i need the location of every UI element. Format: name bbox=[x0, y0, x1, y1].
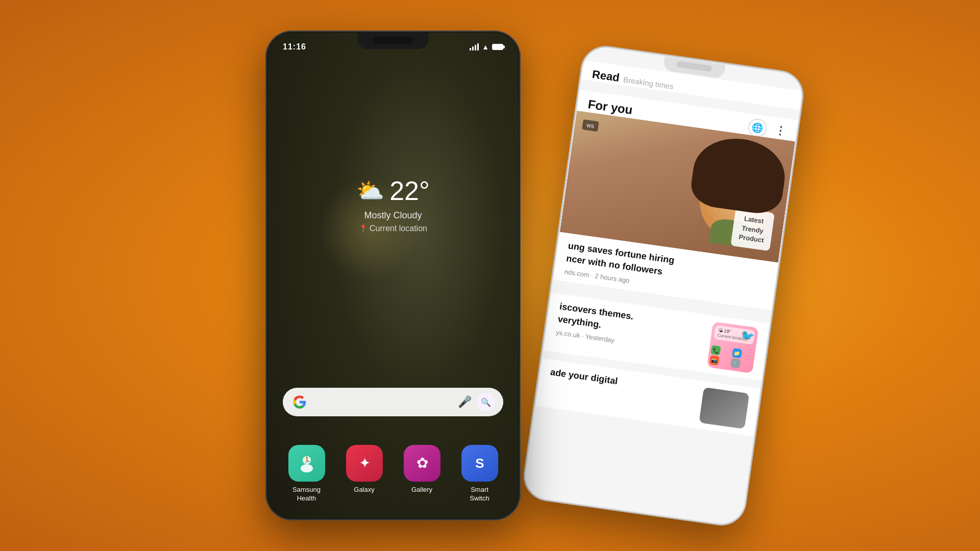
wifi-icon: ▲ bbox=[482, 43, 489, 51]
article2-thumbnail: 🌤 19° Current location 🐦 📞 📁 📷 ⚙️ bbox=[707, 321, 759, 373]
search-lens-icon[interactable]: 🔍 bbox=[477, 393, 495, 411]
galaxy-themes-label: Galaxy bbox=[354, 486, 374, 494]
phone2-app-subtitle: Breaking times bbox=[623, 75, 674, 91]
phone1: 11:16 ▲ ⛅ 22° Mostly Cloudy bbox=[265, 31, 521, 520]
phone2: Read Breaking times For you 🌐 ⋮ bbox=[521, 43, 807, 529]
mini-camera-icon: 📷 bbox=[709, 355, 719, 365]
phone1-status-icons: ▲ bbox=[470, 43, 503, 51]
phones-container: Read Breaking times For you 🌐 ⋮ bbox=[235, 26, 745, 525]
mini-folder-icon: 📁 bbox=[732, 348, 742, 358]
mini-bird-icon: 🐦 bbox=[740, 329, 755, 344]
phone2-wrapper: Read Breaking times For you 🌐 ⋮ bbox=[521, 43, 807, 529]
smart-switch-icon: S bbox=[461, 445, 498, 482]
more-options-icon[interactable]: ⋮ bbox=[774, 123, 787, 138]
article3-headline: ade your digital bbox=[550, 366, 698, 399]
svg-text:✿: ✿ bbox=[416, 455, 428, 471]
app-item-gallery[interactable]: ✿ Gallery bbox=[397, 445, 448, 503]
svg-text:🏃: 🏃 bbox=[303, 456, 310, 464]
mini-settings-icon: ⚙️ bbox=[730, 358, 741, 368]
weather-icon: ⛅ bbox=[356, 178, 384, 204]
article3-text: ade your digital bbox=[549, 366, 698, 402]
app-dock: 🏃 SamsungHealth ✦ Galaxy bbox=[267, 445, 519, 503]
search-mic-icon[interactable]: 🎤 bbox=[458, 395, 472, 409]
gallery-icon: ✿ bbox=[404, 445, 440, 482]
samsung-health-label: SamsungHealth bbox=[292, 486, 321, 503]
weather-widget: ⛅ 22° Mostly Cloudy 📍 Current location bbox=[316, 176, 470, 233]
search-bar[interactable]: 🎤 🔍 bbox=[283, 388, 503, 416]
signal-bars-icon bbox=[470, 43, 479, 51]
svg-point-1 bbox=[301, 464, 313, 472]
samsung-health-icon: 🏃 bbox=[288, 445, 325, 482]
phone1-status-time: 11:16 bbox=[283, 42, 306, 52]
weather-location: 📍 Current location bbox=[316, 224, 470, 233]
svg-text:✦: ✦ bbox=[358, 455, 370, 471]
gallery-label: Gallery bbox=[411, 486, 432, 494]
galaxy-themes-icon: ✦ bbox=[346, 445, 383, 482]
location-pin-icon: 📍 bbox=[359, 224, 368, 233]
weather-description: Mostly Cloudy bbox=[316, 210, 470, 221]
phone2-app-title: Read bbox=[592, 68, 621, 85]
news-badge: ws bbox=[582, 119, 599, 132]
phone1-screen: 11:16 ▲ ⛅ 22° Mostly Cloudy bbox=[267, 33, 519, 518]
phone1-notch bbox=[357, 33, 429, 49]
battery-icon bbox=[492, 44, 503, 50]
article2-text: iscovers themes.verything. ys.co.uk · Ye… bbox=[555, 300, 707, 357]
app-item-galaxy-themes[interactable]: ✦ Galaxy bbox=[339, 445, 390, 503]
weather-temperature: 22° bbox=[389, 176, 430, 206]
mini-apps-grid: 📞 📁 📷 ⚙️ bbox=[709, 345, 753, 370]
phone2-screen: Read Breaking times For you 🌐 ⋮ bbox=[523, 45, 804, 526]
article3-thumbnail bbox=[699, 387, 749, 429]
app-item-samsung-health[interactable]: 🏃 SamsungHealth bbox=[281, 445, 332, 503]
news-overlay-label: LatestTrendyProduct bbox=[730, 208, 775, 252]
smart-switch-label: SmartSwitch bbox=[470, 486, 489, 503]
mini-phone-icon: 📞 bbox=[710, 345, 721, 355]
app-item-smart-switch[interactable]: S SmartSwitch bbox=[454, 445, 505, 503]
google-logo bbox=[291, 393, 308, 411]
svg-text:S: S bbox=[475, 456, 484, 471]
